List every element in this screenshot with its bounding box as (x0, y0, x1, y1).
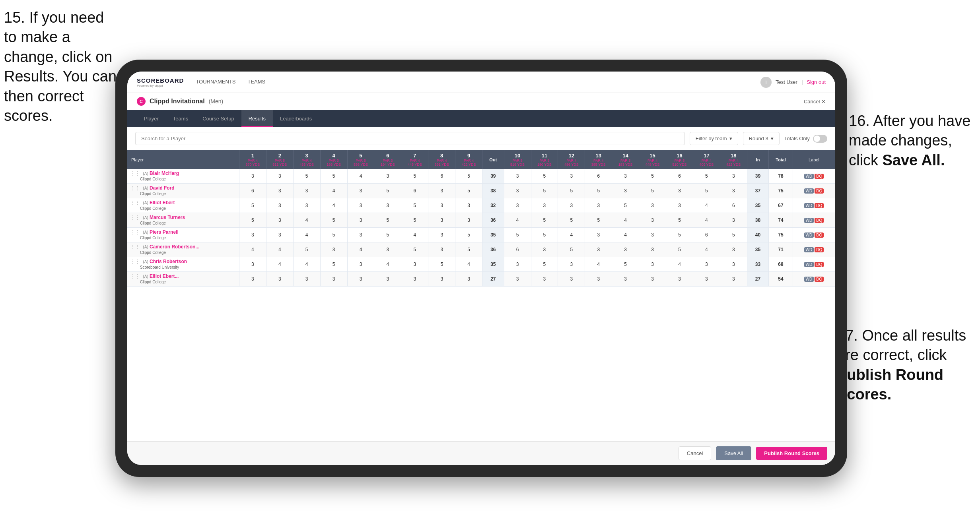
totals-only-toggle[interactable]: Totals Only (784, 135, 827, 143)
score-hole-18[interactable]: 3 (720, 272, 747, 287)
score-hole-15[interactable]: 5 (639, 184, 666, 198)
score-hole-17[interactable]: 5 (693, 169, 720, 184)
score-hole-9[interactable]: 3 (455, 198, 482, 213)
drag-handle[interactable]: ⋮⋮ (130, 215, 140, 220)
score-hole-14[interactable]: 5 (612, 198, 639, 213)
score-hole-3[interactable]: 3 (293, 272, 320, 287)
score-hole-7[interactable]: 5 (401, 169, 428, 184)
score-hole-7[interactable]: 6 (401, 184, 428, 198)
score-hole-4[interactable]: 3 (320, 242, 347, 257)
score-hole-18[interactable]: 3 (720, 213, 747, 228)
score-hole-11[interactable]: 5 (531, 184, 558, 198)
score-hole-11[interactable]: 5 (531, 169, 558, 184)
score-hole-10[interactable]: 3 (504, 272, 531, 287)
score-hole-13[interactable]: 4 (585, 257, 612, 272)
score-hole-9[interactable]: 3 (455, 213, 482, 228)
score-hole-6[interactable]: 3 (374, 169, 401, 184)
dq-badge[interactable]: DQ (815, 232, 824, 238)
score-hole-5[interactable]: 4 (347, 242, 374, 257)
publish-button[interactable]: Publish Round Scores (756, 447, 827, 460)
score-hole-11[interactable]: 5 (531, 228, 558, 242)
score-hole-5[interactable]: 3 (347, 257, 374, 272)
score-hole-12[interactable]: 3 (558, 257, 585, 272)
score-hole-13[interactable]: 3 (585, 198, 612, 213)
score-hole-16[interactable]: 4 (666, 257, 693, 272)
search-input[interactable] (135, 132, 685, 145)
score-hole-6[interactable]: 3 (374, 198, 401, 213)
player-name[interactable]: Elliot Ebert... (150, 273, 179, 279)
filter-team-button[interactable]: Filter by team ▾ (690, 132, 738, 145)
drag-handle[interactable]: ⋮⋮ (130, 185, 140, 191)
score-hole-17[interactable]: 4 (693, 213, 720, 228)
score-hole-16[interactable]: 3 (666, 272, 693, 287)
score-hole-2[interactable]: 3 (266, 198, 293, 213)
score-hole-7[interactable]: 5 (401, 213, 428, 228)
score-hole-17[interactable]: 4 (693, 242, 720, 257)
score-hole-17[interactable]: 5 (693, 184, 720, 198)
wd-badge[interactable]: WD (804, 232, 814, 238)
score-hole-1[interactable]: 3 (239, 272, 266, 287)
drag-handle[interactable]: ⋮⋮ (130, 170, 140, 176)
score-hole-17[interactable]: 6 (693, 228, 720, 242)
score-hole-4[interactable]: 3 (320, 272, 347, 287)
score-hole-9[interactable]: 5 (455, 169, 482, 184)
score-hole-2[interactable]: 4 (266, 257, 293, 272)
score-hole-11[interactable]: 3 (531, 272, 558, 287)
score-hole-6[interactable]: 5 (374, 184, 401, 198)
dq-badge[interactable]: DQ (815, 218, 824, 223)
score-hole-9[interactable]: 5 (455, 228, 482, 242)
score-hole-3[interactable]: 4 (293, 257, 320, 272)
score-hole-7[interactable]: 5 (401, 242, 428, 257)
player-name[interactable]: Marcus Turners (150, 215, 185, 220)
score-hole-10[interactable]: 3 (504, 184, 531, 198)
tab-teams[interactable]: Teams (166, 110, 195, 127)
cancel-top-button[interactable]: Cancel ✕ (804, 99, 826, 105)
score-hole-12[interactable]: 5 (558, 242, 585, 257)
drag-handle[interactable]: ⋮⋮ (130, 259, 140, 264)
score-hole-17[interactable]: 4 (693, 198, 720, 213)
score-hole-1[interactable]: 6 (239, 184, 266, 198)
score-hole-1[interactable]: 5 (239, 198, 266, 213)
score-hole-3[interactable]: 4 (293, 213, 320, 228)
round-selector-button[interactable]: Round 3 ▾ (743, 132, 780, 145)
score-hole-12[interactable]: 3 (558, 198, 585, 213)
score-hole-3[interactable]: 5 (293, 169, 320, 184)
score-hole-11[interactable]: 3 (531, 198, 558, 213)
drag-handle[interactable]: ⋮⋮ (130, 200, 140, 205)
score-hole-18[interactable]: 3 (720, 242, 747, 257)
score-hole-14[interactable]: 3 (612, 242, 639, 257)
score-hole-18[interactable]: 3 (720, 257, 747, 272)
score-hole-18[interactable]: 6 (720, 198, 747, 213)
tab-results[interactable]: Results (241, 110, 273, 127)
score-hole-10[interactable]: 3 (504, 257, 531, 272)
score-hole-10[interactable]: 3 (504, 169, 531, 184)
score-hole-18[interactable]: 3 (720, 184, 747, 198)
drag-handle[interactable]: ⋮⋮ (130, 229, 140, 235)
score-hole-5[interactable]: 3 (347, 228, 374, 242)
score-hole-15[interactable]: 3 (639, 213, 666, 228)
player-name[interactable]: David Ford (150, 185, 175, 191)
score-hole-14[interactable]: 4 (612, 213, 639, 228)
score-hole-3[interactable]: 3 (293, 198, 320, 213)
nav-tournaments[interactable]: TOURNAMENTS (196, 77, 235, 87)
score-hole-4[interactable]: 5 (320, 169, 347, 184)
score-hole-15[interactable]: 5 (639, 169, 666, 184)
dq-badge[interactable]: DQ (815, 174, 824, 179)
dq-badge[interactable]: DQ (815, 277, 824, 282)
drag-handle[interactable]: ⋮⋮ (130, 244, 140, 250)
score-hole-6[interactable]: 3 (374, 242, 401, 257)
score-hole-10[interactable]: 6 (504, 242, 531, 257)
score-hole-6[interactable]: 5 (374, 228, 401, 242)
player-name[interactable]: Elliot Ebert (150, 200, 175, 205)
score-hole-15[interactable]: 3 (639, 228, 666, 242)
score-hole-13[interactable]: 3 (585, 272, 612, 287)
score-hole-13[interactable]: 5 (585, 213, 612, 228)
score-hole-2[interactable]: 3 (266, 272, 293, 287)
score-hole-1[interactable]: 3 (239, 169, 266, 184)
score-hole-8[interactable]: 6 (428, 169, 455, 184)
score-hole-4[interactable]: 4 (320, 184, 347, 198)
player-name[interactable]: Piers Parnell (150, 229, 179, 235)
score-hole-14[interactable]: 4 (612, 228, 639, 242)
wd-badge[interactable]: WD (804, 188, 814, 194)
score-hole-6[interactable]: 3 (374, 272, 401, 287)
